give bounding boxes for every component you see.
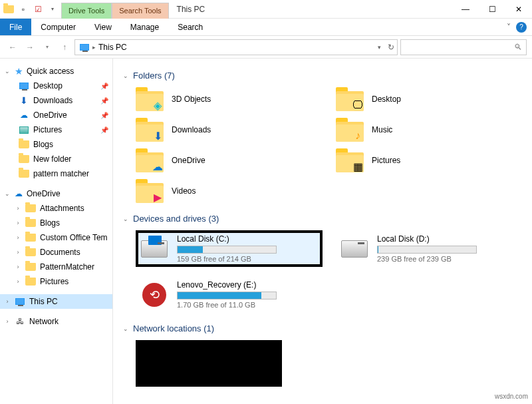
chevron-right-icon[interactable]: › xyxy=(15,264,21,270)
folder-icon xyxy=(19,168,29,179)
search-input[interactable]: 🔍︎ xyxy=(400,39,527,55)
sidebar-item[interactable]: Blogs xyxy=(0,137,112,152)
titlebar: ▫ ☑ ▾ Drive Tools Search Tools This PC —… xyxy=(0,0,532,19)
folder-item[interactable]: ⬇Downloads xyxy=(136,118,323,142)
sidebar-item[interactable]: ›Custom Office Tem xyxy=(0,230,112,245)
folder-item[interactable]: ☁OneDrive xyxy=(136,148,323,172)
nav-up[interactable]: ↑ xyxy=(57,40,72,55)
star-icon: ★ xyxy=(13,66,24,77)
address-dropdown-icon[interactable]: ▾ xyxy=(378,44,381,51)
sidebar-item[interactable]: ›Documents xyxy=(0,245,112,260)
folder-item[interactable]: ▦Pictures xyxy=(336,148,523,172)
section-network-header[interactable]: ⌄ Network locations (1) xyxy=(122,323,523,333)
ribbon-expand-icon[interactable]: ˅ xyxy=(507,23,511,32)
minimize-button[interactable]: — xyxy=(452,0,479,19)
drive-usage-bar xyxy=(377,246,477,254)
recovery-icon: ⟲ xyxy=(142,283,166,307)
address-location[interactable]: This PC xyxy=(98,43,127,52)
qat-dropdown[interactable]: ▾ xyxy=(47,3,59,15)
close-button[interactable]: ✕ xyxy=(505,0,532,19)
maximize-button[interactable]: ☐ xyxy=(479,0,505,19)
sidebar-onedrive[interactable]: ⌄ ☁ OneDrive xyxy=(0,186,112,201)
folder-icon: ▶ xyxy=(136,179,164,203)
folder-icon xyxy=(25,203,36,214)
chevron-right-icon[interactable]: › xyxy=(15,234,21,241)
sidebar-item-label: New folder xyxy=(33,154,71,164)
sidebar-item[interactable]: Pictures📌 xyxy=(0,122,112,137)
section-folders-header[interactable]: ⌄ Folders (7) xyxy=(122,71,523,81)
chevron-down-icon[interactable]: ⌄ xyxy=(122,216,129,222)
ribbon-computer[interactable]: Computer xyxy=(31,19,85,35)
drive-item[interactable]: ⟲Lenovo_Recovery (E:)1.70 GB free of 11.… xyxy=(136,276,323,313)
chevron-down-icon[interactable]: ⌄ xyxy=(4,190,11,197)
qat-properties[interactable]: ▫ xyxy=(17,3,29,15)
sidebar-item-label: Blogs xyxy=(40,218,60,228)
qat-checkbox-icon[interactable]: ☑ xyxy=(32,3,44,15)
disk-icon xyxy=(341,240,368,258)
context-tab-drive[interactable]: Drive Tools xyxy=(61,3,112,19)
chevron-right-icon[interactable]: › xyxy=(15,278,21,285)
ribbon-manage[interactable]: Manage xyxy=(121,19,168,35)
pic-icon xyxy=(19,124,29,135)
sidebar-item-label: Pictures xyxy=(40,277,68,286)
chevron-down-icon[interactable]: ⌄ xyxy=(4,68,11,75)
sidebar-item[interactable]: ›Blogs xyxy=(0,216,112,230)
ribbon-search[interactable]: Search xyxy=(168,19,212,35)
sidebar-item-label: Pictures xyxy=(33,125,62,134)
chevron-right-icon[interactable]: ▸ xyxy=(92,44,96,51)
chevron-right-icon[interactable]: › xyxy=(4,298,11,305)
sidebar-item[interactable]: New folder xyxy=(0,152,112,166)
folder-label: Videos xyxy=(172,186,196,196)
drive-free-text: 239 GB free of 239 GB xyxy=(377,255,519,263)
sidebar-item[interactable]: ›Pictures xyxy=(0,274,112,289)
sidebar-item[interactable]: ☁OneDrive📌 xyxy=(0,108,112,122)
nav-recent-dropdown[interactable]: ▾ xyxy=(40,40,55,55)
folder-icon xyxy=(25,247,36,258)
sidebar-item[interactable]: pattern matcher xyxy=(0,166,112,181)
sidebar-item-label: Desktop xyxy=(33,81,63,91)
chevron-right-icon[interactable]: › xyxy=(15,220,21,226)
folder-item[interactable]: ▶Videos xyxy=(136,179,323,203)
folder-item[interactable]: ◈3D Objects xyxy=(136,87,323,111)
folder-item[interactable]: ♪Music xyxy=(336,118,523,142)
drive-usage-bar xyxy=(177,292,277,300)
refresh-icon[interactable]: ↻ xyxy=(388,43,394,52)
drive-item[interactable]: Local Disk (C:)159 GB free of 214 GB xyxy=(136,230,323,267)
folder-icon xyxy=(25,262,36,272)
sidebar-item[interactable]: ›Attachments xyxy=(0,201,112,216)
sidebar-network[interactable]: › 🖧 Network xyxy=(0,314,112,329)
context-tabs: Drive Tools Search Tools xyxy=(61,0,169,19)
sidebar-item-label: Attachments xyxy=(40,204,84,213)
network-location-redacted[interactable] xyxy=(136,340,282,387)
content-pane: ⌄ Folders (7) ◈3D Objects🖵Desktop⬇Downlo… xyxy=(113,59,532,404)
chevron-right-icon[interactable]: › xyxy=(15,205,21,212)
window-title: This PC xyxy=(177,5,452,14)
sidebar-item[interactable]: Desktop📌 xyxy=(0,79,112,93)
sidebar-item[interactable]: ⬇Downloads📌 xyxy=(0,93,112,108)
context-tab-search[interactable]: Search Tools xyxy=(112,3,168,19)
folder-label: Music xyxy=(372,125,392,134)
sidebar-this-pc[interactable]: › This PC xyxy=(0,294,112,309)
folder-label: Downloads xyxy=(172,125,211,134)
pin-icon: 📌 xyxy=(100,126,108,134)
chevron-right-icon[interactable]: › xyxy=(15,249,21,256)
nav-back[interactable]: ← xyxy=(5,40,20,55)
folder-icon xyxy=(25,232,36,243)
chevron-right-icon[interactable]: › xyxy=(4,318,11,325)
folder-icon xyxy=(25,276,36,287)
ribbon-view[interactable]: View xyxy=(85,19,121,35)
chevron-down-icon[interactable]: ⌄ xyxy=(122,325,129,332)
chevron-down-icon[interactable]: ⌄ xyxy=(122,73,129,79)
ribbon-file[interactable]: File xyxy=(0,19,31,35)
help-icon[interactable]: ? xyxy=(516,22,527,33)
folder-icon xyxy=(25,218,36,228)
drive-item[interactable]: Local Disk (D:)239 GB free of 239 GB xyxy=(336,230,523,267)
nav-forward[interactable]: → xyxy=(23,40,37,55)
sidebar-item[interactable]: ›PatternMatcher xyxy=(0,260,112,274)
explorer-icon xyxy=(3,3,15,15)
cloud-icon: ☁ xyxy=(19,110,29,120)
address-bar[interactable]: ▸ This PC ▾ ↻ xyxy=(74,39,398,55)
sidebar-quick-access[interactable]: ⌄ ★ Quick access xyxy=(0,64,112,79)
folder-item[interactable]: 🖵Desktop xyxy=(336,87,523,111)
section-drives-header[interactable]: ⌄ Devices and drives (3) xyxy=(122,214,523,224)
